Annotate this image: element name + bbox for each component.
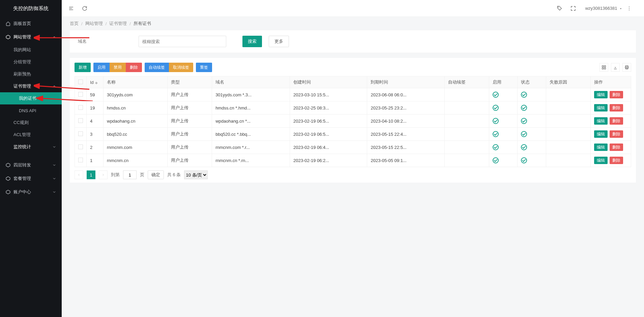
row-checkbox[interactable]	[78, 118, 83, 123]
export-icon[interactable]	[611, 63, 620, 72]
delete-button[interactable]: 删除	[126, 63, 142, 72]
row-edit-button[interactable]: 编辑	[594, 130, 608, 138]
cell-expires: 2023-06-08 06:0...	[367, 88, 445, 101]
select-all-checkbox[interactable]	[78, 80, 83, 84]
row-delete-button[interactable]: 删除	[610, 157, 623, 164]
sidebar-item-refresh[interactable]: 刷新预热	[0, 68, 62, 80]
menu-toggle-icon[interactable]	[67, 4, 75, 12]
chevron-down-icon	[52, 163, 56, 167]
cell-domain: wpdaohang.cn *...	[212, 115, 290, 128]
crumb-home[interactable]: 首页	[70, 21, 79, 27]
sidebar-item-mycerts[interactable]: 我的证书	[0, 92, 62, 104]
enable-button[interactable]: 启用	[93, 63, 110, 72]
search-input[interactable]	[139, 36, 226, 47]
disable-button[interactable]: 禁用	[110, 63, 126, 72]
cell-id: 19	[87, 101, 104, 115]
refresh-icon[interactable]	[81, 4, 89, 12]
cell-domain: rnmcnm.com *.r...	[212, 141, 290, 154]
col-enabled[interactable]: 启用	[489, 76, 518, 88]
sidebar-section-label: 四层转发	[13, 162, 31, 168]
col-type[interactable]: 类型	[168, 76, 212, 88]
resign-button[interactable]: 重签	[196, 63, 212, 72]
cell-created: 2023-02-19 06:4...	[290, 141, 367, 154]
sidebar-item-mysites[interactable]: 我的网站	[0, 44, 62, 56]
row-edit-button[interactable]: 编辑	[594, 91, 608, 98]
add-button[interactable]: 新增	[75, 63, 91, 72]
row-checkbox[interactable]	[78, 145, 83, 149]
sidebar-section-layer4[interactable]: 四层转发	[0, 158, 62, 172]
cell-domain: rnmcnm.cn *.rn...	[212, 154, 290, 167]
col-expires[interactable]: 到期时间	[367, 76, 445, 88]
cell-actions: 编辑 删除	[591, 88, 631, 101]
sidebar-item-certmgmt[interactable]: 证书管理	[0, 80, 62, 92]
auto-renew-button[interactable]: 自动续签	[145, 63, 169, 72]
search-button[interactable]: 搜索	[242, 36, 262, 47]
cancel-renew-button[interactable]: 取消续签	[169, 63, 193, 72]
sidebar-item-groups[interactable]: 分组管理	[0, 56, 62, 68]
row-checkbox[interactable]	[78, 158, 83, 162]
columns-icon[interactable]	[599, 63, 608, 72]
row-checkbox[interactable]	[78, 92, 83, 97]
pagination: 1 到第 页 确定 共 6 条 10 条/页	[75, 170, 631, 179]
print-icon[interactable]	[622, 63, 631, 72]
row-checkbox[interactable]	[78, 131, 83, 136]
sidebar-item-monitor[interactable]: 监控统计	[0, 141, 62, 153]
cell-actions: 编辑 删除	[591, 154, 631, 167]
col-action: 操作	[591, 76, 631, 88]
sidebar-section-label: 账户中心	[13, 189, 31, 195]
row-delete-button[interactable]: 删除	[610, 117, 623, 125]
row-edit-button[interactable]: 编辑	[594, 157, 608, 164]
sidebar-section-website[interactable]: 网站管理	[0, 30, 62, 44]
sidebar-item-acl[interactable]: ACL管理	[0, 129, 62, 141]
cell-status	[518, 101, 546, 115]
row-edit-button[interactable]: 编辑	[594, 117, 608, 125]
crumb-certmgmt[interactable]: 证书管理	[109, 21, 127, 27]
certificates-table: Id◆ 名称 类型 域名 创建时间 到期时间 自动续签 启用 状态 失败原因 操…	[75, 76, 631, 167]
crumb-website[interactable]: 网站管理	[85, 21, 103, 27]
svg-point-10	[629, 8, 630, 9]
sidebar-section-plans[interactable]: 套餐管理	[0, 172, 62, 185]
row-edit-button[interactable]: 编辑	[594, 104, 608, 112]
page-prev[interactable]	[75, 170, 83, 179]
pagesize-select[interactable]: 10 条/页	[184, 170, 208, 179]
col-name[interactable]: 名称	[104, 76, 168, 88]
cell-name: 301yyds.com	[104, 88, 168, 101]
col-id[interactable]: Id◆	[87, 76, 104, 88]
row-edit-button[interactable]: 编辑	[594, 144, 608, 151]
cube-icon	[5, 34, 11, 40]
col-autorenew[interactable]: 自动续签	[445, 76, 489, 88]
col-status[interactable]: 状态	[518, 76, 546, 88]
row-checkbox[interactable]	[78, 105, 83, 110]
sidebar-section-account[interactable]: 账户中心	[0, 185, 62, 199]
svg-rect-12	[602, 66, 604, 67]
col-failreason[interactable]: 失败原因	[546, 76, 591, 88]
user-name[interactable]: wzy3081366381	[585, 6, 622, 11]
more-button[interactable]: 更多	[269, 36, 289, 47]
sidebar-item-ccrules[interactable]: CC规则	[0, 117, 62, 129]
row-delete-button[interactable]: 删除	[610, 130, 623, 138]
cell-type: 用户上传	[168, 141, 212, 154]
cell-enabled	[489, 88, 518, 101]
col-domain[interactable]: 域名	[212, 76, 290, 88]
sidebar-home[interactable]: 面板首页	[0, 17, 62, 30]
row-delete-button[interactable]: 删除	[610, 91, 623, 98]
tag-icon[interactable]	[556, 4, 564, 12]
page-next[interactable]	[99, 170, 108, 179]
cell-expires: 2023-05-25 23:2...	[367, 101, 445, 115]
cell-fail	[546, 101, 591, 115]
table-row: 3 bbq520.cc 用户上传 bbq520.cc *.bbq... 2023…	[75, 128, 631, 141]
row-delete-button[interactable]: 删除	[610, 144, 623, 151]
toolbar: 新增 启用 禁用 删除 自动续签 取消续签 重签	[75, 63, 631, 72]
goto-confirm[interactable]: 确定	[148, 170, 164, 179]
cell-autorenew	[445, 101, 489, 115]
cell-expires: 2023-05-05 09:1...	[367, 154, 445, 167]
page-1[interactable]: 1	[87, 170, 95, 179]
row-delete-button[interactable]: 删除	[610, 104, 623, 112]
more-icon[interactable]	[625, 4, 633, 12]
cell-status	[518, 115, 546, 128]
sidebar-item-dnsapi[interactable]: DNS API	[0, 104, 62, 117]
col-created[interactable]: 创建时间	[290, 76, 367, 88]
fullscreen-icon[interactable]	[569, 4, 577, 12]
goto-input[interactable]	[123, 170, 137, 179]
crumb-allcerts: 所有证书	[134, 21, 151, 27]
